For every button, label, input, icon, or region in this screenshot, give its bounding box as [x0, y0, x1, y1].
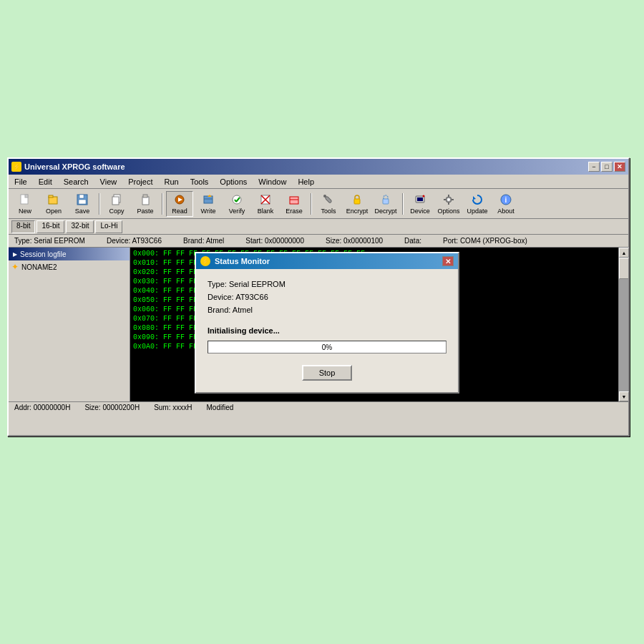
options-button[interactable]: Options — [435, 191, 462, 217]
svg-rect-11 — [143, 195, 147, 197]
tools-icon — [321, 192, 336, 207]
erase-button[interactable]: Erase — [280, 191, 308, 217]
noname-item[interactable]: ✦ NONAME2 — [9, 260, 130, 273]
svg-rect-4 — [49, 195, 53, 197]
blank-label: Blank — [258, 208, 274, 215]
tools-button[interactable]: Tools — [315, 191, 342, 217]
stop-button[interactable]: Stop — [302, 365, 352, 381]
menu-help[interactable]: Help — [295, 177, 317, 187]
info-size: Size: 0x00000100 — [326, 237, 383, 245]
info-port: Port: COM4 (XPROG-box) — [443, 237, 527, 245]
svg-rect-23 — [290, 197, 298, 204]
save-icon — [75, 192, 89, 207]
paste-button[interactable]: Paste — [132, 191, 159, 217]
copy-icon — [109, 192, 124, 207]
scroll-down-button[interactable]: ▼ — [619, 391, 629, 401]
encrypt-button[interactable]: Encrypt — [343, 191, 371, 217]
app-title: Universal XPROG software — [24, 162, 125, 171]
status-addr: Addr: 00000000H — [14, 404, 70, 411]
copy-button[interactable]: Copy — [103, 191, 130, 217]
new-label: New — [19, 208, 31, 215]
menu-window[interactable]: Window — [255, 177, 289, 187]
svg-rect-6 — [79, 195, 84, 198]
svg-rect-35 — [448, 203, 449, 205]
verify-label: Verify — [229, 208, 245, 215]
left-panel: ▶ Session logfile ✦ NONAME2 — [9, 248, 130, 401]
encrypt-icon — [350, 192, 364, 207]
minimize-button[interactable]: − — [588, 162, 600, 172]
options-label: Options — [437, 208, 459, 215]
verify-icon — [230, 192, 244, 207]
scroll-up-button[interactable]: ▲ — [619, 248, 629, 258]
toolbar: New Open Save Copy — [9, 189, 628, 219]
new-button[interactable]: New — [11, 191, 39, 217]
title-bar: ⚡ Universal XPROG software − □ ✕ — [9, 159, 628, 175]
dialog-close-button[interactable]: ✕ — [442, 256, 454, 266]
svg-rect-36 — [444, 199, 446, 200]
scroll-thumb[interactable] — [619, 258, 629, 279]
device-button[interactable]: Device — [406, 191, 434, 217]
dialog-status-text: Initialising device... — [208, 326, 447, 335]
menu-options[interactable]: Options — [217, 177, 250, 187]
about-button[interactable]: i About — [492, 191, 519, 217]
menu-tools[interactable]: Tools — [187, 177, 212, 187]
svg-rect-10 — [142, 197, 149, 205]
blank-button[interactable]: Blank — [252, 191, 279, 217]
maximize-button[interactable]: □ — [601, 162, 613, 172]
about-icon: i — [499, 192, 513, 207]
mode-16bit-button[interactable]: 16-bit — [36, 220, 64, 233]
update-icon — [470, 192, 484, 207]
dialog-title-text: Status Monitor — [215, 257, 270, 265]
dialog-footer: Stop — [208, 365, 447, 384]
menu-edit[interactable]: Edit — [36, 177, 55, 187]
title-bar-left: ⚡ Universal XPROG software — [11, 162, 125, 172]
save-button[interactable]: Save — [69, 191, 96, 217]
status-monitor-dialog: ⚡ Status Monitor ✕ Type: Serial EEPROM D… — [195, 252, 459, 394]
dialog-brand: Brand: Atmel — [208, 303, 447, 316]
mode-lohi-button[interactable]: Lo-Hi — [95, 220, 122, 233]
open-button[interactable]: Open — [40, 191, 67, 217]
verify-button[interactable]: Verify — [223, 191, 250, 217]
menu-run[interactable]: Run — [161, 177, 181, 187]
update-button[interactable]: Update — [464, 191, 491, 217]
svg-rect-28 — [383, 199, 389, 204]
svg-rect-25 — [325, 196, 332, 203]
decrypt-button[interactable]: Decrypt — [372, 191, 399, 217]
toolbar-separator-3 — [311, 193, 312, 215]
sub-toolbar: 8-bit 16-bit 32-bit Lo-Hi — [9, 219, 628, 235]
mode-8bit-button[interactable]: 8-bit — [11, 220, 35, 233]
scrollbar[interactable]: ▲ ▼ — [618, 248, 628, 401]
title-bar-buttons: − □ ✕ — [588, 162, 625, 172]
close-button[interactable]: ✕ — [614, 162, 625, 172]
svg-point-17 — [233, 195, 241, 204]
save-label: Save — [75, 208, 90, 215]
menu-bar: File Edit Search View Project Run Tools … — [9, 175, 628, 189]
dialog-device: Device: AT93C66 — [208, 291, 447, 303]
options-icon — [441, 192, 456, 207]
decrypt-icon — [379, 192, 393, 207]
menu-view[interactable]: View — [97, 177, 120, 187]
scroll-track[interactable] — [619, 258, 628, 391]
toolbar-separator-2 — [162, 193, 163, 215]
mode-32bit-button[interactable]: 32-bit — [66, 220, 94, 233]
svg-point-31 — [423, 195, 425, 197]
menu-project[interactable]: Project — [125, 177, 155, 187]
write-button[interactable]: Write — [195, 191, 222, 217]
toolbar-separator-4 — [402, 193, 404, 215]
read-label: Read — [172, 208, 187, 215]
copy-label: Copy — [109, 208, 124, 215]
open-label: Open — [46, 208, 62, 215]
update-label: Update — [467, 208, 487, 215]
session-icon: ▶ — [13, 251, 17, 258]
menu-file[interactable]: File — [11, 177, 30, 187]
write-icon — [201, 192, 215, 207]
read-button[interactable]: Read — [166, 191, 193, 217]
decrypt-label: Decrypt — [374, 208, 396, 215]
tools-label: Tools — [321, 208, 336, 215]
session-logfile-header: ▶ Session logfile — [9, 248, 130, 260]
menu-search[interactable]: Search — [61, 177, 92, 187]
noname-icon: ✦ — [11, 262, 19, 272]
info-start: Start: 0x00000000 — [245, 237, 304, 245]
dialog-title-bar: ⚡ Status Monitor ✕ — [196, 253, 458, 269]
about-label: About — [497, 208, 514, 215]
